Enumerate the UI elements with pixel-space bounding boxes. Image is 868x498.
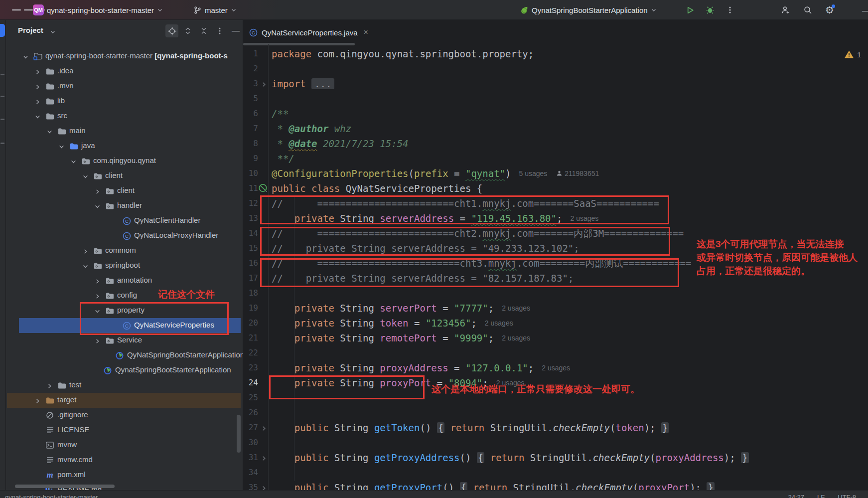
tree-item-qynatlocalproxyhandler[interactable]: CQyNatLocalProxyHandler [6, 228, 243, 243]
close-icon[interactable]: × [364, 28, 368, 37]
tree-item-handler[interactable]: handler [6, 198, 243, 213]
debug-icon[interactable] [704, 3, 717, 16]
chevron-down-icon[interactable] [50, 29, 56, 35]
settings-icon[interactable]: ⚙ [823, 3, 836, 16]
code-text: public String getToken() { return String… [272, 420, 669, 435]
tree-item-service[interactable]: Service [6, 333, 243, 348]
minimize-icon[interactable]: — [862, 0, 868, 20]
excluded-row-highlight [7, 393, 241, 408]
tree-item-license[interactable]: LICENSE [6, 423, 243, 438]
usages-inlay[interactable]: 2 usages [502, 304, 530, 312]
chevron-right-icon[interactable] [34, 98, 41, 105]
tree-item-label: qynat-spring-boot-starter-master [qynat-… [45, 51, 228, 60]
tab-strip-scrollbar[interactable] [243, 43, 355, 45]
usages-inlay[interactable]: 2 usages [485, 319, 513, 327]
project-panel-header: Project — [6, 20, 243, 42]
chevron-down-icon[interactable] [22, 53, 29, 60]
chevron-down-icon [651, 7, 657, 13]
tree-item-qynatspringbootstarterapplication[interactable]: QyNatSpringBootStarterApplication [6, 348, 243, 363]
tool-window-strip [0, 20, 6, 490]
status-encoding[interactable]: UTF-8 [838, 494, 856, 498]
chevron-right-icon[interactable] [82, 248, 89, 255]
locate-file-icon[interactable] [165, 24, 178, 37]
annotation-box-proxy-port-box [269, 375, 425, 399]
tree-item-com.qingyou.qynat[interactable]: com.qingyou.qynat [6, 154, 243, 168]
tree-scrollbar-horizontal[interactable] [15, 485, 115, 488]
chevron-right-icon[interactable] [46, 382, 53, 389]
chevron-right-icon[interactable] [34, 83, 41, 90]
tree-item-src[interactable]: src [6, 109, 243, 124]
tab-qynatserviceproperties[interactable]: C QyNatServiceProperties.java × [243, 23, 375, 42]
tree-item-annotation[interactable]: annotation [6, 273, 243, 288]
tree-item-client[interactable]: client [6, 168, 243, 183]
tree-item-qynatspringbootstarterapplication[interactable]: QynatSpringBootStarterApplication [6, 363, 243, 378]
author-inlay[interactable]: 211983651 [556, 169, 599, 177]
fold-arrow-icon[interactable] [261, 455, 267, 464]
chevron-right-icon[interactable] [34, 397, 41, 404]
tool-icon[interactable] [0, 143, 4, 144]
tree-item-label: com.qingyou.qynat [93, 156, 156, 165]
tool-icon[interactable] [0, 119, 4, 120]
chevron-down-icon[interactable] [46, 128, 53, 135]
tree-item-lib[interactable]: lib [6, 94, 243, 109]
tree-item-springboot[interactable]: springboot [6, 258, 243, 273]
chevron-down-icon[interactable] [34, 113, 41, 120]
status-line-ending[interactable]: LF [817, 494, 825, 498]
tool-icon[interactable] [0, 96, 4, 97]
usages-inlay[interactable]: 2 usages [502, 334, 530, 342]
chevron-right-icon[interactable] [94, 293, 101, 300]
collapse-all-icon[interactable] [197, 24, 210, 37]
chevron-right-icon[interactable] [94, 337, 101, 344]
folder-icon [45, 112, 54, 121]
tree-scrollbar-vertical[interactable] [237, 415, 241, 453]
usages-inlay[interactable]: 5 usages [519, 169, 548, 177]
chevron-down-icon[interactable] [94, 203, 101, 210]
ide-window: QM qynat-spring-boot-starter-master mast… [0, 0, 868, 498]
tree-item-main[interactable]: main [6, 124, 243, 139]
run-config-widget[interactable]: QynatSpringBootStarterApplication [519, 0, 657, 20]
expand-all-icon[interactable] [181, 24, 194, 37]
chevron-right-icon[interactable] [94, 278, 101, 285]
project-badge: QM [33, 4, 44, 15]
more-icon[interactable] [213, 24, 226, 37]
spring-bean-gutter-icon[interactable] [258, 183, 268, 195]
vcs-widget[interactable]: master [193, 0, 237, 20]
tree-item-commom[interactable]: commom [6, 243, 243, 258]
tree-item-test[interactable]: test [6, 378, 243, 393]
more-icon[interactable] [723, 3, 736, 16]
run-icon[interactable] [684, 3, 697, 16]
code-text: **/ [272, 151, 294, 166]
add-user-icon[interactable] [779, 3, 792, 16]
hide-panel-icon[interactable]: — [229, 24, 242, 37]
chevron-down-icon[interactable] [70, 158, 77, 165]
tree-item-qynat-spring-boot-starter-master[interactable]: qynat-spring-boot-starter-master [qynat-… [6, 49, 243, 64]
chevron-down-icon[interactable] [82, 173, 89, 180]
pkg-icon [105, 186, 114, 195]
folder-icon [45, 82, 54, 91]
chevron-down-icon[interactable] [82, 263, 89, 270]
tree-item-client[interactable]: client [6, 183, 243, 198]
fold-arrow-icon[interactable] [261, 425, 267, 434]
tree-item-qynatclienthandler[interactable]: CQyNatClientHandler [6, 213, 243, 228]
search-icon[interactable] [801, 3, 814, 16]
usages-inlay[interactable]: 2 usages [542, 364, 570, 372]
tree-item-.idea[interactable]: .idea [6, 64, 243, 79]
tree-item-target[interactable]: target [6, 393, 243, 408]
tree-item-.mvn[interactable]: .mvn [6, 79, 243, 94]
tree-item-label: QyNatLocalProxyHandler [134, 231, 218, 239]
tree-item-java[interactable]: java [6, 139, 243, 154]
project-widget[interactable]: QM qynat-spring-boot-starter-master [33, 0, 163, 20]
status-caret-position[interactable]: 24:27 [788, 494, 804, 498]
chevron-right-icon[interactable] [94, 188, 101, 195]
project-tool-icon[interactable] [0, 24, 5, 37]
annotation-text-note-remember-file: 记住这个文件 [158, 288, 215, 301]
tree-item-label: mvnw.cmd [57, 455, 93, 464]
tree-item-.gitignore[interactable]: .gitignore [6, 408, 243, 423]
tree-item-pom.xml[interactable]: mpom.xml [6, 468, 243, 483]
tool-icon[interactable] [0, 74, 4, 75]
chevron-right-icon[interactable] [34, 68, 41, 75]
tree-item-mvnw.cmd[interactable]: mvnw.cmd [6, 453, 243, 468]
tree-item-mvnw[interactable]: mvnw [6, 438, 243, 453]
chevron-down-icon[interactable] [58, 143, 65, 150]
fold-arrow-icon[interactable] [261, 81, 267, 90]
